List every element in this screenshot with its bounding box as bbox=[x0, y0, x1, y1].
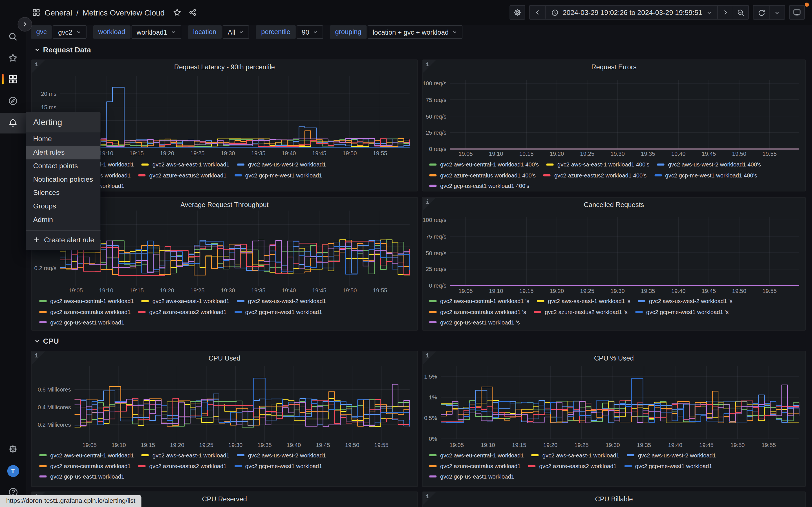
legend-label: gvc2 aws-us-west-2 workload1 's bbox=[649, 298, 732, 304]
menu-item-notification-policies[interactable]: Notification policies bbox=[26, 173, 100, 186]
menu-item-home[interactable]: Home bbox=[26, 132, 100, 146]
section-request-data[interactable]: Request Data bbox=[34, 46, 91, 54]
breadcrumb-separator: / bbox=[77, 8, 79, 17]
legend-item[interactable]: gvc2 azure-eastus2 workload1 bbox=[139, 463, 227, 469]
legend-item[interactable]: gvc2 gcp-me-west1 workload1 400's bbox=[654, 172, 757, 178]
legend-item[interactable]: gvc2 azure-eastus2 workload1 bbox=[139, 172, 227, 178]
legend-item[interactable]: gvc2 gcp-me-west1 workload1 bbox=[234, 309, 322, 315]
legend-item[interactable]: gvc2 aws-eu-central-1 workload1 bbox=[429, 452, 524, 459]
panel-info-corner[interactable]: i bbox=[423, 492, 436, 506]
legend-item[interactable]: gvc2 azure-centralus workload1 's bbox=[429, 309, 526, 315]
dashboard-settings-button[interactable] bbox=[509, 5, 525, 19]
x-tick-label: 19:15 bbox=[514, 151, 539, 157]
legend-item[interactable]: gvc2 aws-us-west-2 workload1 bbox=[237, 298, 326, 304]
legend-item[interactable]: gvc2 aws-us-west-2 workload1 's bbox=[638, 298, 732, 304]
x-tick-label: 19:55 bbox=[756, 442, 781, 448]
legend-item[interactable]: gvc2 azure-centralus workload1 bbox=[429, 463, 521, 469]
menu-item-create-alert-rule[interactable]: Create alert rule bbox=[26, 231, 100, 248]
legend-item[interactable]: gvc2 azure-centralus workload1 400's bbox=[429, 172, 536, 178]
breadcrumb-section[interactable]: General bbox=[45, 8, 72, 17]
legend-item[interactable]: gvc2 aws-eu-central-1 workload1 bbox=[40, 298, 134, 304]
x-tick-label: 19:35 bbox=[636, 288, 660, 294]
panel-title[interactable]: CPU Billable bbox=[438, 495, 790, 503]
sidebar-expand-button[interactable] bbox=[17, 17, 32, 32]
x-tick-label: 19:25 bbox=[569, 442, 594, 448]
share-icon[interactable] bbox=[188, 8, 197, 16]
x-tick-label: 19:40 bbox=[663, 442, 688, 448]
x-tick-label: 19:55 bbox=[368, 287, 393, 293]
variable-value-dropdown[interactable]: 90 bbox=[297, 25, 323, 39]
kiosk-mode-button[interactable] bbox=[789, 5, 805, 19]
time-shift-back-button[interactable] bbox=[529, 6, 545, 19]
legend-item[interactable]: gvc2 aws-sa-east-1 workload1 bbox=[142, 298, 229, 304]
variable-label[interactable]: percentile bbox=[256, 25, 296, 39]
time-range-label: 2024-03-29 19:02:26 to 2024-03-29 19:59:… bbox=[563, 8, 702, 16]
legend-label: gvc2 azure-eastus2 workload1 's bbox=[545, 309, 627, 315]
variables-bar: gvcgvc2workloadworkload1locationAllperce… bbox=[31, 25, 463, 39]
legend-item[interactable]: gvc2 gcp-us-east1 workload1 bbox=[40, 473, 124, 480]
legend-item[interactable]: gvc2 azure-eastus2 workload1 400's bbox=[543, 172, 647, 178]
legend-item[interactable]: gvc2 aws-eu-central-1 workload1 's bbox=[429, 298, 529, 304]
refresh-interval-dropdown[interactable] bbox=[769, 6, 784, 19]
legend-item[interactable]: gvc2 gcp-us-east1 workload1 's bbox=[429, 320, 520, 326]
time-shift-forward-button[interactable] bbox=[717, 6, 733, 19]
legend-item[interactable]: gvc2 gcp-us-east1 workload1 bbox=[429, 473, 514, 480]
legend-label: gvc2 aws-sa-east-1 workload1 bbox=[543, 452, 619, 459]
chevron-down-icon bbox=[239, 30, 244, 35]
top-navigation: General / Metrics Overview Cloud bbox=[0, 0, 812, 25]
legend-item[interactable]: gvc2 gcp-me-west1 workload1 bbox=[234, 172, 322, 178]
legend-item[interactable]: gvc2 aws-sa-east-1 workload1 bbox=[531, 452, 619, 459]
legend-item[interactable]: gvc2 aws-us-west-2 workload1 400's bbox=[657, 162, 761, 168]
menu-item-contact-points[interactable]: Contact points bbox=[26, 159, 100, 173]
section-cpu[interactable]: CPU bbox=[34, 337, 59, 345]
menu-item-groups[interactable]: Groups bbox=[26, 200, 100, 213]
variable-value-dropdown[interactable]: workload1 bbox=[132, 25, 181, 39]
legend-item[interactable]: gvc2 aws-sa-east-1 workload1 400's bbox=[547, 162, 650, 168]
legend-item[interactable]: gvc2 gcp-me-west1 workload1 's bbox=[635, 309, 728, 315]
variable-value-dropdown[interactable]: location + gvc + workload bbox=[368, 25, 463, 39]
favorite-star-icon[interactable] bbox=[173, 8, 181, 16]
variable-label[interactable]: workload bbox=[93, 25, 130, 39]
legend-item[interactable]: gvc2 aws-sa-east-1 workload1 's bbox=[537, 298, 630, 304]
variable-value-dropdown[interactable]: gvc2 bbox=[53, 25, 86, 39]
legend-item[interactable]: gvc2 aws-eu-central-1 workload1 400's bbox=[429, 162, 539, 168]
legend-item[interactable]: gvc2 azure-centralus workload1 bbox=[40, 309, 131, 315]
variable-label[interactable]: gvc bbox=[31, 25, 52, 39]
sidebar-item-configuration[interactable] bbox=[0, 439, 26, 459]
x-tick-label: 19:35 bbox=[636, 151, 660, 157]
sidebar-item-explore[interactable] bbox=[0, 91, 26, 111]
legend-item[interactable]: gvc2 azure-eastus2 workload1 bbox=[528, 463, 617, 469]
zoom-out-button[interactable] bbox=[733, 6, 748, 19]
legend-item[interactable]: gvc2 azure-eastus2 workload1 's bbox=[534, 309, 627, 315]
legend-item[interactable]: gvc2 gcp-us-east1 workload1 bbox=[40, 320, 124, 326]
legend-item[interactable]: gvc2 azure-centralus workload1 bbox=[40, 463, 131, 469]
legend-item[interactable]: gvc2 aws-sa-east-1 workload1 bbox=[142, 452, 229, 459]
legend-label: gvc2 azure-eastus2 workload1 bbox=[149, 172, 227, 178]
legend-item[interactable]: gvc2 gcp-me-west1 workload1 bbox=[234, 463, 322, 469]
sidebar-item-starred[interactable] bbox=[0, 48, 26, 68]
x-tick-label: 19:50 bbox=[727, 288, 752, 294]
legend-item[interactable]: gvc2 aws-us-west-2 workload1 bbox=[237, 452, 326, 459]
sidebar-item-dashboards[interactable] bbox=[0, 69, 26, 89]
variable-value: All bbox=[228, 28, 236, 36]
legend-item[interactable]: gvc2 aws-us-west-2 workload1 bbox=[237, 162, 326, 168]
sidebar-user-avatar[interactable]: T bbox=[0, 460, 26, 481]
variable-value-dropdown[interactable]: All bbox=[222, 25, 249, 39]
legend-label: gvc2 aws-us-west-2 workload1 bbox=[248, 162, 326, 168]
menu-item-admin[interactable]: Admin bbox=[26, 213, 100, 227]
variable-label[interactable]: location bbox=[188, 25, 221, 39]
x-tick-label: 19:55 bbox=[368, 150, 393, 156]
menu-item-alert-rules[interactable]: Alert rules bbox=[26, 146, 100, 159]
menu-item-silences[interactable]: Silences bbox=[26, 186, 100, 200]
legend-item[interactable]: gvc2 aws-sa-east-1 workload1 bbox=[142, 162, 229, 168]
refresh-button[interactable] bbox=[753, 6, 769, 19]
legend-item[interactable]: gvc2 azure-eastus2 workload1 bbox=[139, 309, 227, 315]
legend-item[interactable]: gvc2 gcp-me-west1 workload1 bbox=[624, 463, 712, 469]
sidebar-item-alerting[interactable] bbox=[0, 113, 26, 133]
legend-swatch bbox=[40, 454, 47, 456]
legend-item[interactable]: gvc2 aws-us-west-2 workload1 bbox=[627, 452, 716, 459]
legend-item[interactable]: gvc2 aws-eu-central-1 workload1 bbox=[40, 452, 134, 459]
variable-label[interactable]: grouping bbox=[330, 25, 366, 39]
legend-item[interactable]: gvc2 gcp-us-east1 workload1 400's bbox=[429, 183, 529, 189]
time-range-picker[interactable]: 2024-03-29 19:02:26 to 2024-03-29 19:59:… bbox=[545, 6, 717, 19]
